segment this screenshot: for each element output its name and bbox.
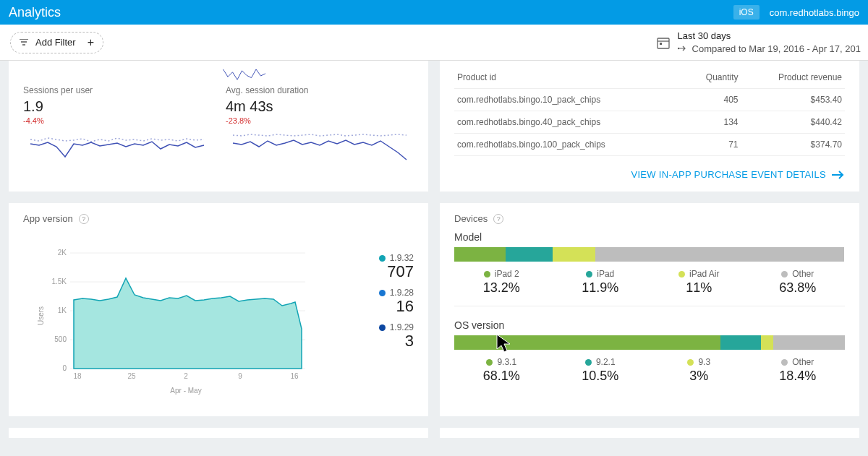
legend-label: Other [792,357,814,367]
metric-sessions-per-user: Sessions per user 1.9 -4.4% [23,85,211,165]
cell-rev: $374.70 [741,134,845,156]
legend-dot [678,271,685,278]
help-icon[interactable]: ? [79,214,89,224]
bar-segment [506,247,552,262]
col-quantity[interactable]: Quantity [684,66,741,89]
metric-title: Avg. session duration [226,85,414,95]
page-title: Analytics [9,5,61,20]
legend-dot [379,290,386,296]
legend-label: iPad Air [689,269,719,279]
metric-title: Sessions per user [23,85,211,95]
metrics-card: Sessions per user 1.9 -4.4% Avg. session… [9,61,428,192]
col-revenue[interactable]: Product revenue [741,66,845,89]
filter-bar: Add Filter + Last 30 days Compared to Ma… [0,25,868,61]
legend-dot [379,255,386,262]
cell-product-id: com.redhotlabs.bingo.100_pack_chips [454,134,684,156]
location-card-stub: Location [9,428,428,438]
legend-item[interactable]: 1.9.28 16 [334,288,414,315]
svg-text:500: 500 [54,335,67,343]
date-range-selector[interactable]: Last 30 days Compared to Mar 19, 2016 - … [656,30,861,55]
legend-item[interactable]: 9.2.1 10.5% [553,357,648,384]
metric-value: 1.9 [23,98,211,115]
compare-icon [678,45,688,52]
legend-dot [687,359,694,366]
svg-text:1.5K: 1.5K [51,278,67,285]
sparkline-sessions [23,125,211,165]
view-purchase-details-link[interactable]: VIEW IN-APP PURCHASE EVENT DETAILS [454,169,845,180]
legend-label: 1.9.32 [390,253,414,263]
legend-item[interactable]: 1.9.29 3 [334,322,414,350]
svg-text:16: 16 [290,372,299,380]
products-card: Product id Quantity Product revenue com.… [440,61,859,192]
legend-label: iPad [597,269,614,279]
legend-item[interactable]: iPad Air 11% [652,269,746,296]
legend-item[interactable]: Other 18.4% [751,357,846,384]
add-filter-label: Add Filter [35,37,76,48]
legend-value: 3% [689,369,708,384]
help-icon[interactable]: ? [493,214,503,224]
add-filter-button[interactable]: Add Filter + [10,32,103,53]
link-label: VIEW IN-APP PURCHASE EVENT DETAILS [631,169,826,180]
legend-label: 9.3 [698,357,710,367]
legend-value: 16 [396,298,414,315]
top-sparkline-hint [23,66,414,85]
legend-dot [379,324,386,331]
devices-model-bar [454,247,845,262]
legend-value: 13.2% [483,280,520,296]
app-id-label: com.redhotlabs.bingo [770,7,859,18]
date-range-main: Last 30 days [678,30,861,43]
metric-avg-session-duration: Avg. session duration 4m 43s -23.8% [226,85,414,165]
bar-segment [454,247,506,262]
legend-dot [781,359,788,366]
cell-rev: $440.42 [741,111,845,134]
table-row[interactable]: com.redhotlabs.bingo.100_pack_chips 71 $… [454,134,845,156]
legend-item[interactable]: 1.9.32 707 [334,253,414,280]
legend-value: 11.9% [582,280,618,296]
card-title-label: Devices [454,213,488,224]
table-row[interactable]: com.redhotlabs.bingo.40_pack_chips 134 $… [454,111,845,134]
bar-segment [720,335,762,350]
metric-delta: -23.8% [226,116,414,125]
legend-value: 3 [405,332,414,350]
app-version-chart: Users 2K 1.5K 1K 500 0 [23,231,327,405]
legend-value: 11% [686,280,712,296]
svg-text:25: 25 [127,372,136,380]
arrow-right-icon [832,170,845,180]
svg-text:Apr - May: Apr - May [170,387,201,395]
date-range-compare: Compared to Mar 19, 2016 - Apr 17, 201 [692,43,861,56]
legend-item[interactable]: iPad 2 13.2% [454,269,549,296]
col-product-id[interactable]: Product id [454,66,684,89]
bar-segment [553,247,595,262]
cell-qty: 71 [684,134,741,156]
devices-os-title: OS version [454,319,845,331]
cell-qty: 405 [684,89,741,111]
cell-qty: 134 [684,111,741,134]
legend-label: 1.9.29 [390,322,414,332]
legend-value: 68.1% [483,369,520,384]
bar-segment [761,335,773,350]
metric-delta: -4.4% [23,116,211,125]
cell-product-id: com.redhotlabs.bingo.40_pack_chips [454,111,684,134]
devices-model-legend: iPad 2 13.2% iPad 11.9% iPad Air 11% Oth… [454,269,845,306]
legend-item[interactable]: 9.3 3% [652,357,746,384]
legend-label: iPad 2 [495,269,519,279]
legend-item[interactable]: 9.3.1 68.1% [454,357,549,384]
legend-label: 9.3.1 [497,357,516,367]
metric-value: 4m 43s [226,98,414,115]
svg-text:2K: 2K [58,249,67,257]
legend-item[interactable]: iPad 11.9% [553,269,648,296]
calendar-icon [656,35,671,50]
svg-text:9: 9 [238,372,242,380]
cell-product-id: com.redhotlabs.bingo.10_pack_chips [454,89,684,111]
cell-rev: $453.40 [741,89,845,111]
devices-card: Devices ? Model iPad 2 13.2% iPad 11.9% [440,203,859,416]
legend-dot [585,359,592,366]
legend-dot [781,271,788,278]
svg-text:18: 18 [73,372,82,380]
topbar: Analytics iOS com.redhotlabs.bingo [0,0,868,25]
legend-item[interactable]: Other 63.8% [751,269,846,296]
table-row[interactable]: com.redhotlabs.bingo.10_pack_chips 405 $… [454,89,845,111]
platform-badge[interactable]: iOS [733,5,760,20]
area-series-1 [74,278,302,369]
card-title-label: App version [23,213,73,224]
